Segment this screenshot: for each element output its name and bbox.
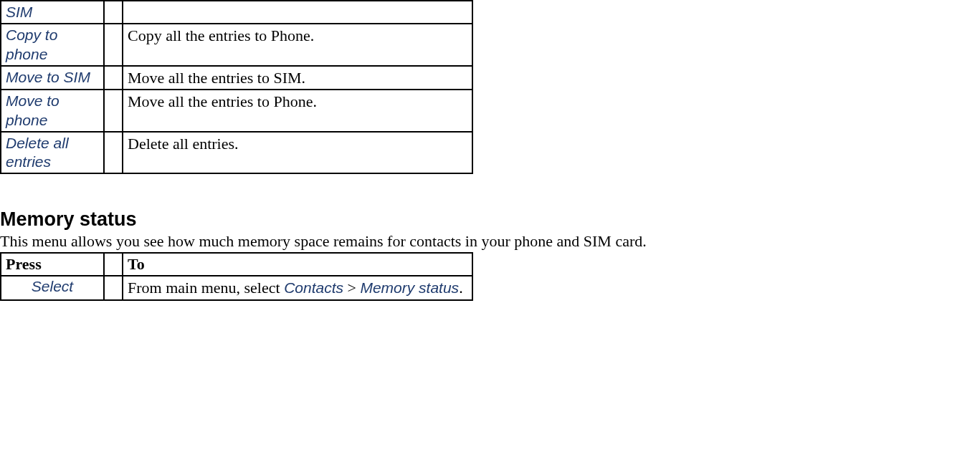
spacer-cell <box>104 132 123 174</box>
options-table: SIM Copy to phone Copy all the entries t… <box>0 0 473 174</box>
table-row: Move to SIM Move all the entries to SIM. <box>1 66 472 90</box>
option-label: Delete all entries <box>1 132 104 174</box>
option-description: Move all the entries to Phone. <box>123 90 472 132</box>
spacer-cell <box>104 276 123 300</box>
spacer-cell <box>104 90 123 132</box>
option-label: SIM <box>1 1 104 24</box>
action-suffix: . <box>459 279 463 297</box>
option-description <box>123 1 472 24</box>
press-key: Select <box>1 276 104 300</box>
menu-path-item: Contacts <box>284 279 343 296</box>
spacer-cell <box>104 66 123 90</box>
table-row: Copy to phone Copy all the entries to Ph… <box>1 24 472 66</box>
press-to-table: Press To Select From main menu, select C… <box>0 252 473 301</box>
option-description: Copy all the entries to Phone. <box>123 24 472 66</box>
press-action: From main menu, select Contacts > Memory… <box>123 276 472 300</box>
option-description: Delete all entries. <box>123 132 472 174</box>
header-press: Press <box>1 253 104 276</box>
option-description: Move all the entries to SIM. <box>123 66 472 90</box>
option-label: Copy to phone <box>1 24 104 66</box>
section-paragraph: This menu allows you see how much memory… <box>0 232 980 251</box>
action-prefix: From main menu, select <box>128 279 284 297</box>
table-row: Move to phone Move all the entries to Ph… <box>1 90 472 132</box>
table-row: Select From main menu, select Contacts >… <box>1 276 472 300</box>
spacer-cell <box>104 1 123 24</box>
header-to: To <box>123 253 472 276</box>
table-row: Delete all entries Delete all entries. <box>1 132 472 174</box>
table-row: SIM <box>1 1 472 24</box>
section-heading: Memory status <box>0 208 980 231</box>
path-separator: > <box>343 279 360 297</box>
table-header-row: Press To <box>1 253 472 276</box>
spacer-cell <box>104 253 123 276</box>
option-label: Move to phone <box>1 90 104 132</box>
menu-path-item: Memory status <box>360 279 459 296</box>
option-label: Move to SIM <box>1 66 104 90</box>
spacer-cell <box>104 24 123 66</box>
